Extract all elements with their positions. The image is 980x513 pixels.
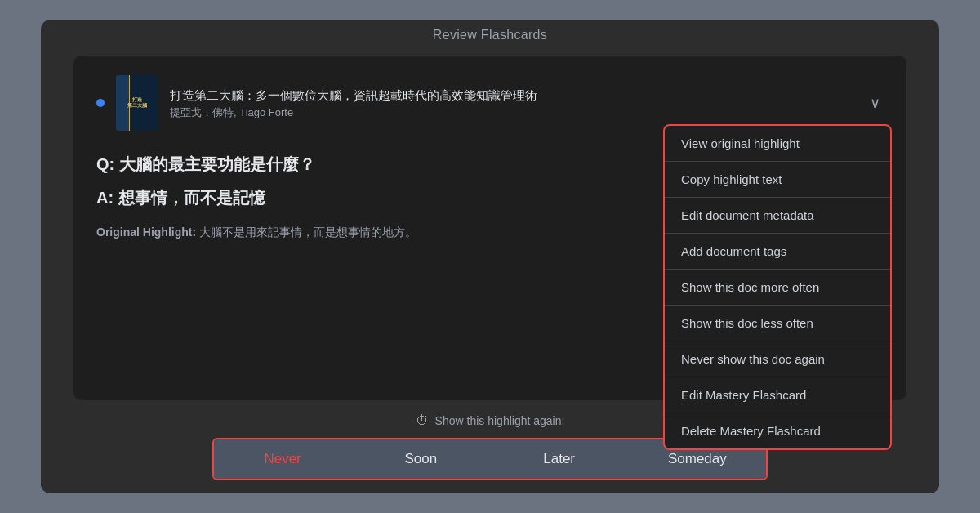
- book-info: 打造第二大腦：多一個數位大腦，資訊超載時代的高效能知識管理術 提亞戈．佛特, T…: [170, 87, 884, 120]
- page-title: Review Flashcards: [41, 20, 939, 47]
- book-cover: 打造第二大腦: [116, 75, 158, 131]
- dropdown-item-delete-mastery[interactable]: Delete Mastery Flashcard: [665, 413, 890, 448]
- clock-icon: ⏱: [416, 413, 429, 428]
- active-indicator: [96, 99, 105, 107]
- answer-text: 想事情，而不是記憶: [118, 189, 265, 207]
- original-highlight-label: Original Highlight:: [96, 225, 196, 239]
- main-content: 打造第二大腦 打造第二大腦：多一個數位大腦，資訊超載時代的高效能知識管理術 提亞…: [41, 47, 939, 400]
- dropdown-item-copy-text[interactable]: Copy highlight text: [665, 161, 890, 197]
- chevron-button[interactable]: ∨: [866, 91, 884, 115]
- dropdown-item-never-show[interactable]: Never show this doc again: [665, 341, 890, 377]
- book-cover-image: 打造第二大腦: [116, 75, 158, 131]
- schedule-later-button[interactable]: Later: [491, 439, 629, 479]
- card-area: 打造第二大腦 打造第二大腦：多一個數位大腦，資訊超載時代的高效能知識管理術 提亞…: [74, 56, 906, 400]
- dropdown-item-edit-metadata[interactable]: Edit document metadata: [665, 197, 890, 233]
- question-prefix: Q:: [96, 155, 114, 173]
- question-text: 大腦的最主要功能是什麼？: [119, 155, 315, 173]
- show-again-label: Show this highlight again:: [435, 414, 565, 427]
- dropdown-item-add-tags[interactable]: Add document tags: [665, 233, 890, 269]
- dropdown-item-show-more[interactable]: Show this doc more often: [665, 269, 890, 305]
- schedule-never-button[interactable]: Never: [214, 439, 352, 479]
- book-author: 提亞戈．佛特, Tiago Forte: [170, 105, 884, 120]
- book-title: 打造第二大腦：多一個數位大腦，資訊超載時代的高效能知識管理術: [170, 87, 884, 104]
- app-window: Review Flashcards 打造第二大腦 打造第二大腦：多一個數位大腦，…: [41, 20, 939, 493]
- original-highlight-text: 大腦不是用來記事情，而是想事情的地方。: [199, 225, 416, 239]
- show-again-row: ⏱ Show this highlight again:: [416, 413, 565, 428]
- book-header: 打造第二大腦 打造第二大腦：多一個數位大腦，資訊超載時代的高效能知識管理術 提亞…: [96, 75, 884, 131]
- dropdown-item-view-highlight[interactable]: View original highlight: [665, 126, 890, 161]
- dropdown-menu: View original highlight Copy highlight t…: [663, 124, 892, 450]
- dropdown-item-edit-mastery[interactable]: Edit Mastery Flashcard: [665, 377, 890, 413]
- answer-prefix: A:: [96, 189, 114, 207]
- schedule-soon-button[interactable]: Soon: [352, 439, 490, 479]
- dropdown-item-show-less[interactable]: Show this doc less often: [665, 305, 890, 341]
